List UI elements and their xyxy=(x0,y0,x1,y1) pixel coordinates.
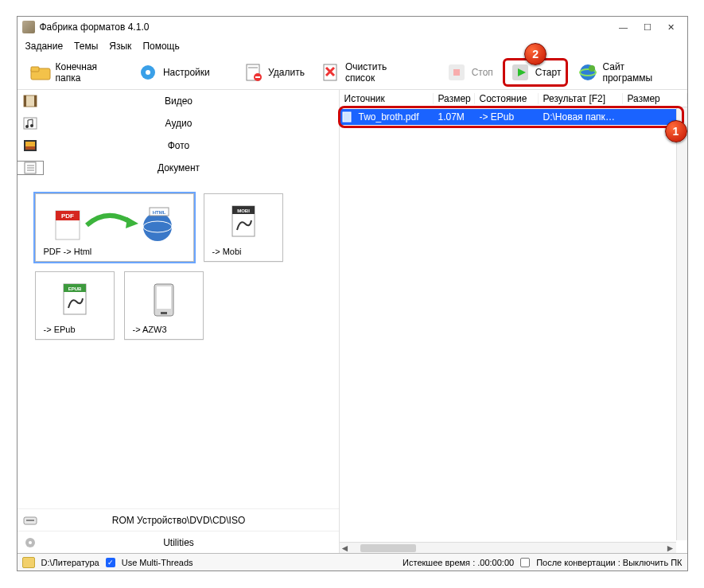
settings-label: Настройки xyxy=(163,67,210,78)
menu-language[interactable]: Язык xyxy=(109,41,131,52)
scroll-thumb[interactable] xyxy=(360,544,416,552)
file-row[interactable]: Two_broth.pdf 1.07M -> EPub D:\Новая пап… xyxy=(340,109,687,125)
scroll-left-arrow[interactable]: ◄ xyxy=(340,543,351,554)
stop-label: Стоп xyxy=(472,67,493,78)
menu-themes[interactable]: Темы xyxy=(74,41,98,52)
close-button[interactable]: ✕ xyxy=(660,19,683,35)
svg-point-3 xyxy=(146,70,150,75)
col-result[interactable]: Результат [F2] xyxy=(539,93,623,104)
category-audio-label: Аудио xyxy=(43,118,339,129)
sidebar: Видео Аудио Фото Документ xyxy=(18,90,340,553)
category-photo[interactable]: Фото xyxy=(18,134,339,157)
svg-rect-44 xyxy=(157,286,171,309)
svg-marker-32 xyxy=(126,217,138,228)
toolbar: Конечная папка Настройки Удалить Очистит… xyxy=(18,55,687,90)
svg-text:PDF: PDF xyxy=(61,212,74,220)
epub-icon: EPUB xyxy=(59,277,91,325)
conversion-mobi-label: -> Mobi xyxy=(209,247,278,256)
multithreads-label: Use Multi-Threads xyxy=(122,558,193,567)
conversion-pdf-html-label: PDF -> Html xyxy=(41,247,189,256)
category-photo-label: Фото xyxy=(43,140,339,151)
file-state: -> EPub xyxy=(475,111,539,123)
maximize-button[interactable]: ☐ xyxy=(636,19,659,35)
status-path: D:\Литература xyxy=(41,558,99,567)
category-document[interactable]: Документ xyxy=(18,157,339,179)
delete-button[interactable]: Удалить xyxy=(236,59,311,86)
output-folder-label: Конечная папка xyxy=(56,61,122,84)
clear-list-button[interactable]: Очистить список xyxy=(314,58,422,87)
azw3-icon xyxy=(148,277,180,325)
svg-point-20 xyxy=(25,125,29,128)
callout-1: 1 xyxy=(665,120,687,142)
category-rom-label: ROM Устройство\DVD\CD\ISO xyxy=(43,515,339,526)
after-conversion-label: После конвертации : Выключить ПК xyxy=(536,558,682,567)
category-rom[interactable]: ROM Устройство\DVD\CD\ISO xyxy=(18,508,339,531)
disc-drive-icon xyxy=(18,515,43,526)
conversion-mobi[interactable]: MOBI -> Mobi xyxy=(204,193,283,262)
site-button[interactable]: Сайт программы xyxy=(571,58,680,87)
file-row-wrapper: Two_broth.pdf 1.07M -> EPub D:\Новая пап… xyxy=(340,107,687,127)
menu-help[interactable]: Помощь xyxy=(142,41,179,52)
conversion-pdf-html[interactable]: PDF HTML PDF -> Html xyxy=(35,193,194,262)
multithreads-checkbox[interactable]: ✓ xyxy=(106,558,115,567)
scroll-right-arrow[interactable]: ► xyxy=(665,543,676,554)
window-controls: — ☐ ✕ xyxy=(613,19,683,35)
video-icon xyxy=(18,95,43,107)
col-source[interactable]: Источник xyxy=(340,93,434,104)
folder-icon xyxy=(30,62,51,83)
main-area: Видео Аудио Фото Документ xyxy=(18,90,687,553)
conversion-epub[interactable]: EPUB -> EPub xyxy=(35,271,115,340)
conversion-epub-label: -> EPub xyxy=(41,325,109,334)
svg-rect-7 xyxy=(255,76,260,78)
clear-list-label: Очистить список xyxy=(345,61,416,84)
vertical-scrollbar[interactable] xyxy=(676,107,687,540)
stop-icon xyxy=(446,62,467,83)
svg-point-33 xyxy=(143,212,172,241)
col-size[interactable]: Размер xyxy=(434,93,475,104)
svg-rect-18 xyxy=(34,95,37,107)
stop-button[interactable]: Стоп xyxy=(440,59,500,86)
audio-icon xyxy=(18,117,43,130)
col-size2[interactable]: Размер xyxy=(623,93,687,104)
status-folder-icon[interactable] xyxy=(22,557,35,568)
conversion-grid: PDF HTML PDF -> Html MOBI -> Mobi EPUB -… xyxy=(18,179,339,354)
conversion-azw3-label: -> AZW3 xyxy=(130,325,198,334)
category-utilities[interactable]: Utilities xyxy=(18,531,339,553)
file-list-panel: Источник Размер Состояние Результат [F2]… xyxy=(340,90,687,553)
svg-rect-47 xyxy=(26,520,34,521)
list-header: Источник Размер Состояние Результат [F2]… xyxy=(340,90,687,107)
svg-text:EPUB: EPUB xyxy=(68,286,81,291)
clear-list-icon xyxy=(321,62,340,83)
category-video[interactable]: Видео xyxy=(18,90,339,112)
svg-point-15 xyxy=(589,65,595,72)
svg-rect-17 xyxy=(24,95,26,107)
photo-icon xyxy=(18,139,43,152)
col-state[interactable]: Состояние xyxy=(475,93,539,104)
file-result: D:\Новая папка... xyxy=(539,111,623,123)
app-window: Фабрика форматов 4.1.0 — ☐ ✕ Задание Тем… xyxy=(17,16,688,571)
play-icon xyxy=(510,62,531,83)
svg-rect-10 xyxy=(453,69,460,76)
shutdown-checkbox[interactable]: ✓ xyxy=(520,558,530,567)
utilities-icon xyxy=(18,536,43,549)
delete-icon xyxy=(243,62,263,83)
menu-task[interactable]: Задание xyxy=(25,41,64,52)
svg-point-49 xyxy=(29,541,32,544)
mobi-icon: MOBI xyxy=(228,199,259,247)
output-folder-button[interactable]: Конечная папка xyxy=(24,58,128,87)
settings-button[interactable]: Настройки xyxy=(131,59,216,86)
document-icon xyxy=(18,162,43,174)
file-name: Two_broth.pdf xyxy=(354,111,434,123)
window-title: Фабрика форматов 4.1.0 xyxy=(40,21,613,33)
category-audio[interactable]: Аудио xyxy=(18,112,339,134)
site-label: Сайт программы xyxy=(602,61,674,84)
conversion-azw3[interactable]: -> AZW3 xyxy=(124,271,204,340)
start-button[interactable]: 2 Старт xyxy=(503,58,569,87)
minimize-button[interactable]: — xyxy=(613,19,635,35)
svg-rect-50 xyxy=(343,112,351,122)
horizontal-scrollbar[interactable]: ◄ ► xyxy=(340,542,676,553)
delete-label: Удалить xyxy=(268,67,305,78)
title-bar: Фабрика форматов 4.1.0 — ☐ ✕ xyxy=(18,17,687,37)
svg-text:HTML: HTML xyxy=(152,210,165,215)
category-list: Видео Аудио Фото Документ xyxy=(18,90,339,179)
